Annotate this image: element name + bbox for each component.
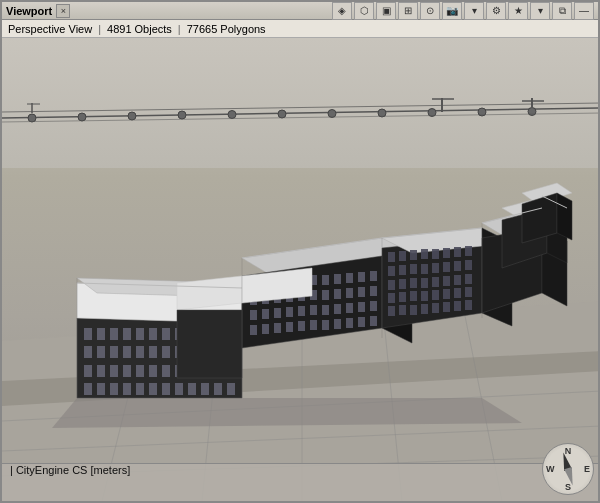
- svg-rect-120: [262, 324, 269, 334]
- svg-rect-116: [346, 303, 353, 313]
- compass-west: W: [546, 464, 555, 474]
- svg-rect-155: [454, 275, 461, 285]
- svg-rect-92: [322, 275, 329, 285]
- svg-rect-119: [250, 325, 257, 335]
- svg-rect-113: [310, 305, 317, 315]
- svg-rect-47: [84, 346, 92, 358]
- svg-rect-38: [123, 328, 131, 340]
- svg-rect-103: [322, 290, 329, 300]
- svg-rect-79: [188, 383, 196, 395]
- svg-rect-65: [162, 365, 170, 377]
- svg-rect-166: [399, 305, 406, 315]
- svg-rect-129: [370, 316, 377, 326]
- svg-point-4: [178, 111, 186, 119]
- svg-rect-163: [454, 288, 461, 298]
- svg-rect-157: [388, 293, 395, 303]
- select-icon[interactable]: ◈: [332, 2, 352, 20]
- svg-rect-78: [175, 383, 183, 395]
- svg-rect-121: [274, 323, 281, 333]
- svg-rect-63: [136, 365, 144, 377]
- svg-rect-51: [136, 346, 144, 358]
- maximize-icon[interactable]: ⧉: [552, 2, 572, 20]
- svg-point-5: [228, 111, 236, 119]
- svg-rect-106: [358, 287, 365, 297]
- svg-rect-37: [110, 328, 118, 340]
- svg-rect-136: [421, 249, 428, 259]
- camera-icon[interactable]: ⊙: [420, 2, 440, 20]
- svg-rect-168: [421, 304, 428, 314]
- svg-rect-114: [322, 305, 329, 315]
- svg-rect-81: [214, 383, 222, 395]
- svg-rect-148: [465, 260, 472, 270]
- minimize-icon[interactable]: —: [574, 2, 594, 20]
- svg-rect-172: [465, 300, 472, 310]
- svg-rect-161: [432, 290, 439, 300]
- svg-rect-111: [286, 307, 293, 317]
- svg-rect-124: [310, 320, 317, 330]
- svg-rect-107: [370, 286, 377, 296]
- status-bar: Perspective View | 4891 Objects | 77665 …: [2, 20, 598, 38]
- svg-rect-158: [399, 292, 406, 302]
- compass: N S E W: [542, 443, 594, 495]
- svg-rect-104: [334, 289, 341, 299]
- polygons-label: 77665 Polygons: [187, 23, 266, 35]
- svg-rect-165: [388, 306, 395, 316]
- svg-line-0: [2, 108, 600, 118]
- mesh-icon[interactable]: ⬡: [354, 2, 374, 20]
- svg-rect-140: [465, 246, 472, 256]
- svg-rect-39: [136, 328, 144, 340]
- settings-icon[interactable]: ⚙: [486, 2, 506, 20]
- svg-rect-151: [410, 278, 417, 288]
- svg-rect-154: [443, 276, 450, 286]
- svg-rect-133: [388, 252, 395, 262]
- svg-rect-105: [346, 288, 353, 298]
- title-bar: Viewport × ◈ ⬡ ▣ ⊞ ⊙ 📷 ▾ ⚙ ★ ▾ ⧉ —: [2, 2, 598, 20]
- building-svg: [2, 128, 600, 468]
- svg-rect-162: [443, 289, 450, 299]
- svg-rect-52: [149, 346, 157, 358]
- compass-east: E: [584, 464, 590, 474]
- svg-rect-150: [399, 279, 406, 289]
- snapshot-icon[interactable]: 📷: [442, 2, 462, 20]
- svg-rect-49: [110, 346, 118, 358]
- svg-rect-64: [149, 365, 157, 377]
- viewport-window: Viewport × ◈ ⬡ ▣ ⊞ ⊙ 📷 ▾ ⚙ ★ ▾ ⧉ — Persp…: [0, 0, 600, 503]
- svg-rect-50: [123, 346, 131, 358]
- svg-rect-60: [97, 365, 105, 377]
- svg-rect-142: [399, 265, 406, 275]
- svg-rect-74: [123, 383, 131, 395]
- svg-rect-40: [149, 328, 157, 340]
- svg-rect-48: [97, 346, 105, 358]
- svg-rect-141: [388, 266, 395, 276]
- svg-rect-59: [84, 365, 92, 377]
- view-icon[interactable]: ▣: [376, 2, 396, 20]
- svg-rect-41: [162, 328, 170, 340]
- svg-rect-72: [97, 383, 105, 395]
- svg-rect-146: [443, 262, 450, 272]
- svg-marker-30: [52, 398, 522, 428]
- svg-rect-118: [370, 301, 377, 311]
- svg-line-16: [2, 103, 600, 112]
- svg-rect-127: [346, 318, 353, 328]
- bookmark-icon[interactable]: ★: [508, 2, 528, 20]
- viewport-3d[interactable]: | CityEngine CS [meters] N S E W: [2, 38, 600, 501]
- svg-marker-184: [557, 193, 572, 240]
- svg-point-6: [278, 110, 286, 118]
- svg-rect-137: [432, 249, 439, 259]
- dropdown-icon[interactable]: ▾: [464, 2, 484, 20]
- svg-rect-71: [84, 383, 92, 395]
- svg-rect-134: [399, 251, 406, 261]
- window-title: Viewport: [6, 5, 52, 17]
- svg-rect-147: [454, 261, 461, 271]
- svg-rect-117: [358, 302, 365, 312]
- svg-rect-149: [388, 280, 395, 290]
- svg-rect-95: [358, 272, 365, 282]
- svg-rect-96: [370, 271, 377, 281]
- nav-dropdown-icon[interactable]: ▾: [530, 2, 550, 20]
- svg-rect-145: [432, 263, 439, 273]
- close-button[interactable]: ×: [56, 4, 70, 18]
- toolbar-icons: ◈ ⬡ ▣ ⊞ ⊙ 📷 ▾ ⚙ ★ ▾ ⧉ —: [332, 2, 594, 20]
- svg-rect-156: [465, 274, 472, 284]
- render-icon[interactable]: ⊞: [398, 2, 418, 20]
- svg-point-3: [128, 112, 136, 120]
